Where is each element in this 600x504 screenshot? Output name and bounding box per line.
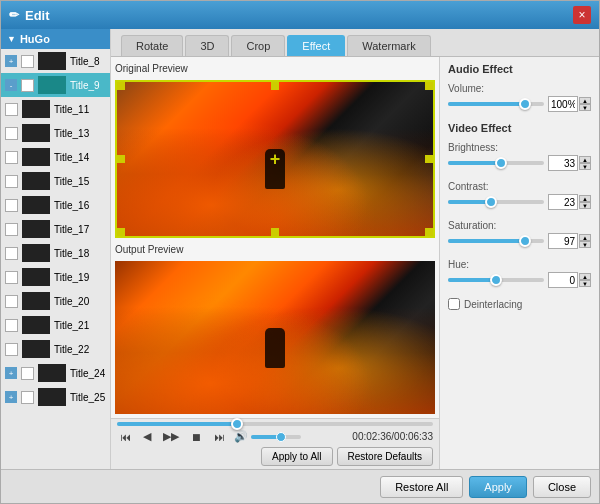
saturation-spin-up[interactable]: ▲ (579, 234, 591, 241)
prev-frame-button[interactable]: ◀ (140, 429, 154, 444)
checkbox-8[interactable] (21, 55, 34, 68)
brightness-spin-up[interactable]: ▲ (579, 156, 591, 163)
saturation-value-input[interactable] (548, 233, 578, 249)
checkbox-9[interactable]: ✓ (21, 79, 34, 92)
thumb-22 (22, 340, 50, 358)
sidebar-item-title14[interactable]: Title_14 (1, 145, 110, 169)
checkbox-14[interactable] (5, 151, 18, 164)
tab-crop[interactable]: Crop (231, 35, 285, 56)
skip-to-end-button[interactable]: ⏭ (211, 430, 228, 444)
checkbox-17[interactable] (5, 223, 18, 236)
expand-btn-9[interactable]: - (5, 79, 17, 91)
original-label: Original Preview (115, 61, 435, 76)
contrast-value-input[interactable] (548, 194, 578, 210)
stop-button[interactable]: ⏹ (188, 430, 205, 444)
tab-3d[interactable]: 3D (185, 35, 229, 56)
contrast-slider-thumb[interactable] (485, 196, 497, 208)
contrast-spin-down[interactable]: ▼ (579, 202, 591, 209)
restore-defaults-button[interactable]: Restore Defaults (337, 447, 433, 466)
sidebar-item-title11[interactable]: Title_11 (1, 97, 110, 121)
corner-handle-br[interactable] (425, 228, 433, 236)
sidebar-item-title13[interactable]: Title_13 (1, 121, 110, 145)
corner-handle-bm[interactable] (271, 228, 279, 236)
corner-handle-tl[interactable] (117, 82, 125, 90)
volume-slider-thumb[interactable] (519, 98, 531, 110)
sidebar-item-title21[interactable]: Title_21 (1, 313, 110, 337)
corner-handle-rm[interactable] (425, 155, 433, 163)
sidebar-item-title20[interactable]: Title_20 (1, 289, 110, 313)
sidebar-item-title15[interactable]: Title_15 (1, 169, 110, 193)
output-label: Output Preview (115, 242, 435, 257)
controls-row: ⏮ ◀ ▶▶ ⏹ ⏭ 🔊 (117, 429, 433, 444)
checkbox-18[interactable] (5, 247, 18, 260)
corner-handle-tr[interactable] (425, 82, 433, 90)
checkbox-19[interactable] (5, 271, 18, 284)
progress-bar[interactable] (117, 422, 433, 426)
sidebar-item-title9[interactable]: - ✓ Title_9 (1, 73, 110, 97)
apply-to-all-button[interactable]: Apply to All (261, 447, 332, 466)
sidebar-item-title22[interactable]: Title_22 (1, 337, 110, 361)
restore-all-button[interactable]: Restore All (380, 476, 463, 498)
sidebar-item-title16[interactable]: Title_16 (1, 193, 110, 217)
sidebar-item-title25[interactable]: + Title_25 (1, 385, 110, 409)
brightness-slider-track[interactable] (448, 161, 544, 165)
sidebar-item-title8[interactable]: + Title_8 (1, 49, 110, 73)
brightness-spin-down[interactable]: ▼ (579, 163, 591, 170)
checkbox-16[interactable] (5, 199, 18, 212)
contrast-slider-track[interactable] (448, 200, 544, 204)
hue-slider-row: ▲ ▼ (448, 272, 591, 288)
sidebar-item-title19[interactable]: Title_19 (1, 265, 110, 289)
tab-watermark[interactable]: Watermark (347, 35, 430, 56)
volume-slider-row: ▲ ▼ (448, 96, 591, 112)
hue-spin-up[interactable]: ▲ (579, 273, 591, 280)
checkbox-13[interactable] (5, 127, 18, 140)
checkbox-11[interactable] (5, 103, 18, 116)
progress-track[interactable] (117, 422, 433, 426)
sidebar-item-title17[interactable]: Title_17 (1, 217, 110, 241)
apply-button[interactable]: Apply (469, 476, 527, 498)
hue-spin-down[interactable]: ▼ (579, 280, 591, 287)
brightness-value-input[interactable] (548, 155, 578, 171)
brightness-slider-thumb[interactable] (495, 157, 507, 169)
window-close-button[interactable]: × (573, 6, 591, 24)
hue-slider-track[interactable] (448, 278, 544, 282)
expand-btn-25[interactable]: + (5, 391, 17, 403)
checkbox-22[interactable] (5, 343, 18, 356)
skip-to-start-button[interactable]: ⏮ (117, 430, 134, 444)
expand-btn-8[interactable]: + (5, 55, 17, 67)
close-button[interactable]: Close (533, 476, 591, 498)
volume-thumb[interactable] (276, 432, 286, 442)
deinterlacing-checkbox[interactable] (448, 298, 460, 310)
volume-spin-down[interactable]: ▼ (579, 104, 591, 111)
sidebar-item-title18[interactable]: Title_18 (1, 241, 110, 265)
edit-area: Original Preview + (111, 57, 599, 469)
volume-slider-track[interactable] (448, 102, 544, 106)
corner-handle-tm[interactable] (271, 82, 279, 90)
checkbox-25[interactable] (21, 391, 34, 404)
corner-handle-lm[interactable] (117, 155, 125, 163)
sidebar-item-title24[interactable]: + Title_24 (1, 361, 110, 385)
audio-section-title: Audio Effect (448, 63, 591, 75)
checkbox-15[interactable] (5, 175, 18, 188)
thumb-19 (22, 268, 50, 286)
volume-value-input[interactable] (548, 96, 578, 112)
volume-spinners: ▲ ▼ (579, 97, 591, 111)
saturation-slider-track[interactable] (448, 239, 544, 243)
item-label-18: Title_18 (54, 248, 89, 259)
expand-btn-24[interactable]: + (5, 367, 17, 379)
corner-handle-bl[interactable] (117, 228, 125, 236)
hue-slider-thumb[interactable] (490, 274, 502, 286)
saturation-spin-down[interactable]: ▼ (579, 241, 591, 248)
volume-track[interactable] (251, 435, 301, 439)
contrast-spin-up[interactable]: ▲ (579, 195, 591, 202)
volume-spin-up[interactable]: ▲ (579, 97, 591, 104)
progress-thumb[interactable] (231, 418, 243, 430)
tab-effect[interactable]: Effect (287, 35, 345, 56)
play-button[interactable]: ▶▶ (160, 429, 182, 444)
tab-rotate[interactable]: Rotate (121, 35, 183, 56)
saturation-slider-thumb[interactable] (519, 235, 531, 247)
checkbox-24[interactable] (21, 367, 34, 380)
hue-value-input[interactable] (548, 272, 578, 288)
checkbox-21[interactable] (5, 319, 18, 332)
checkbox-20[interactable] (5, 295, 18, 308)
